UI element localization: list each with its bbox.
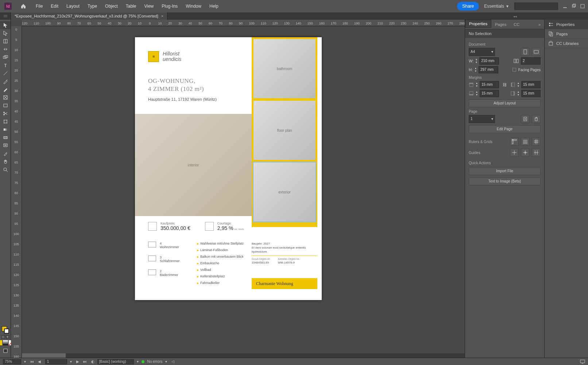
menu-layout[interactable]: Layout <box>63 0 83 12</box>
rectangle-frame-tool-icon[interactable] <box>0 93 11 101</box>
direct-selection-tool-icon[interactable] <box>0 29 11 37</box>
side-image-1[interactable]: bathroom <box>254 39 316 98</box>
home-button[interactable] <box>18 1 28 11</box>
stepper-icon[interactable]: ▴▾ <box>475 67 476 73</box>
gap-tool-icon[interactable] <box>0 45 11 53</box>
margin-bottom-field[interactable]: 15 mm <box>480 90 499 97</box>
gradient-feather-tool-icon[interactable] <box>0 134 11 142</box>
page-field[interactable]: 1 <box>45 359 67 364</box>
content-collector-tool-icon[interactable] <box>0 53 11 61</box>
new-page-icon[interactable] <box>521 115 530 123</box>
menu-file[interactable]: File <box>32 0 46 12</box>
scrollbar-thumb[interactable] <box>22 353 66 358</box>
formatting-text-icon[interactable]: T <box>6 335 9 339</box>
stepper-icon[interactable]: ▴▾ <box>476 58 477 64</box>
pasteboard[interactable]: ▦ Hilloristuendicis OG-WOHNUNG, 4 ZIMMER… <box>22 26 465 358</box>
horizontal-scrollbar[interactable] <box>22 353 465 358</box>
delete-page-icon[interactable] <box>532 115 541 123</box>
scissors-tool-icon[interactable] <box>0 110 11 118</box>
free-transform-tool-icon[interactable] <box>0 118 11 126</box>
side-image-3-selected[interactable]: exterior <box>254 162 316 222</box>
preflight-errors[interactable]: No errors <box>147 360 163 364</box>
page-number-dropdown[interactable]: 1▾ <box>469 115 495 123</box>
chevron-down-icon[interactable]: ▾ <box>70 360 72 364</box>
minimize-icon[interactable] <box>562 4 568 9</box>
chevron-down-icon[interactable]: ▾ <box>137 360 139 364</box>
document-grid-icon[interactable] <box>532 138 541 146</box>
type-tool-icon[interactable]: T <box>0 61 11 69</box>
baseline-grid-icon[interactable] <box>521 138 530 146</box>
stepper-icon[interactable]: ▴▾ <box>518 91 519 96</box>
first-page-icon[interactable]: ⏮ <box>29 360 35 364</box>
menu-plugins[interactable]: Plug-Ins <box>158 0 181 12</box>
rectangle-tool-icon[interactable] <box>0 101 11 110</box>
margin-top-field[interactable]: 15 mm <box>480 81 499 88</box>
document-tab[interactable]: *Exposee_Hochformat_210x297_Wohnungsverk… <box>11 12 167 20</box>
main-image-frame[interactable]: interior <box>135 114 252 216</box>
tab-pages[interactable]: Pages <box>491 20 510 29</box>
last-page-icon[interactable]: ⏭ <box>82 360 88 364</box>
tab-cclibraries[interactable]: CC Libraries <box>510 20 535 29</box>
edit-page-button[interactable]: Edit Page <box>469 125 541 133</box>
zoom-tool-icon[interactable] <box>0 166 11 174</box>
note-tool-icon[interactable] <box>0 142 11 150</box>
hand-tool-icon[interactable] <box>0 158 11 166</box>
page-preset-dropdown[interactable]: A4▾ <box>469 48 495 56</box>
panel-menu-icon[interactable]: » <box>535 20 544 29</box>
gradient-swatch-tool-icon[interactable] <box>0 126 11 134</box>
margin-right-field[interactable]: 15 mm <box>521 90 541 97</box>
document-page[interactable]: ▦ Hilloristuendicis OG-WOHNUNG, 4 ZIMMER… <box>135 37 322 300</box>
pen-tool-icon[interactable] <box>0 77 11 85</box>
facing-pages-checkbox[interactable]: Facing Pages <box>512 68 541 72</box>
stepper-icon[interactable]: ▴▾ <box>476 91 477 96</box>
menu-help[interactable]: Help <box>206 0 222 12</box>
restore-icon[interactable] <box>571 4 576 9</box>
orientation-portrait-icon[interactable] <box>521 48 530 56</box>
line-tool-icon[interactable] <box>0 69 11 77</box>
style-field[interactable]: [Basic] (working) <box>97 359 134 364</box>
workspace-dropdown[interactable]: Essentials ▾ <box>484 4 508 9</box>
zoom-field[interactable]: 75% <box>3 359 21 364</box>
pencil-tool-icon[interactable] <box>0 85 11 93</box>
page-tool-icon[interactable] <box>0 37 11 45</box>
apply-color-icon[interactable] <box>0 340 2 345</box>
ruler-horizontal[interactable]: 1201101009080706050403020100102030405060… <box>22 20 465 26</box>
link-margins-icon[interactable]: ⛓ <box>503 82 507 87</box>
menu-table[interactable]: Table <box>122 0 140 12</box>
guides-toggle-icon[interactable] <box>510 149 519 157</box>
panel-cclibraries[interactable]: CC Libraries <box>545 39 588 48</box>
tab-properties[interactable]: Properties <box>465 20 491 28</box>
collapse-panels-icon[interactable]: ◂◂ <box>513 15 517 18</box>
apply-gradient-icon[interactable] <box>3 340 8 345</box>
menu-object[interactable]: Object <box>101 0 121 12</box>
prev-page-icon[interactable]: ◀ <box>36 360 42 364</box>
width-field[interactable]: 210 mm <box>479 57 499 65</box>
eyedropper-tool-icon[interactable] <box>0 150 11 158</box>
smart-guides-icon[interactable] <box>521 149 530 157</box>
maximize-icon[interactable] <box>580 4 585 9</box>
rulers-toggle-icon[interactable] <box>510 138 519 146</box>
close-icon[interactable]: × <box>161 14 163 18</box>
snap-guides-icon[interactable] <box>532 149 541 157</box>
menu-view[interactable]: View <box>140 0 157 12</box>
next-page-icon[interactable]: ▶ <box>75 360 81 364</box>
chevron-left-icon[interactable]: ◁ <box>171 360 174 364</box>
ruler-vertical[interactable]: 0510152025303540455055606570758085909510… <box>11 26 22 358</box>
search-input[interactable] <box>514 3 558 10</box>
screen-mode-icon[interactable] <box>580 360 585 364</box>
orientation-landscape-icon[interactable] <box>532 48 541 56</box>
fill-stroke-swatch[interactable] <box>2 326 9 334</box>
margin-left-field[interactable]: 15 mm <box>521 81 541 88</box>
height-field[interactable]: 297 mm <box>479 66 498 73</box>
adjust-layout-button[interactable]: Adjust Layout <box>469 99 541 107</box>
selection-tool-icon[interactable] <box>0 21 11 29</box>
stepper-icon[interactable]: ▴▾ <box>518 82 519 88</box>
formatting-container-icon[interactable]: □ <box>1 335 5 339</box>
open-dialog-icon[interactable]: ◐ <box>91 360 94 364</box>
panel-properties[interactable]: Properties <box>545 20 588 29</box>
import-file-button[interactable]: Import File <box>469 167 541 175</box>
columns-field[interactable]: 2 <box>521 57 541 65</box>
chevron-down-icon[interactable]: ▾ <box>165 360 167 364</box>
menu-edit[interactable]: Edit <box>47 0 62 12</box>
stepper-icon[interactable]: ▴▾ <box>476 82 477 88</box>
